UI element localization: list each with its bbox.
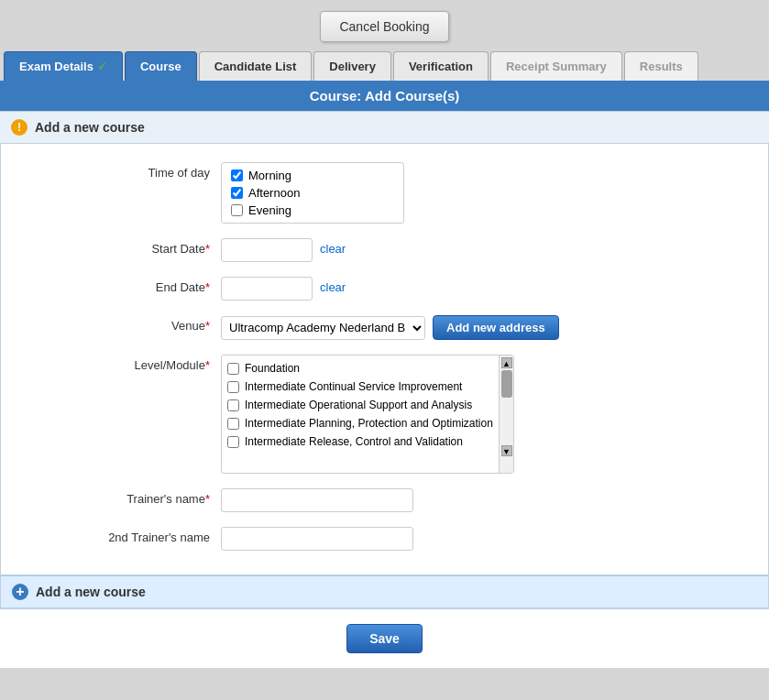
listbox-item-ircv: Intermediate Release, Control and Valida… — [225, 432, 495, 451]
second-trainers-name-input[interactable] — [221, 527, 413, 551]
start-date-clear-link[interactable]: clear — [320, 238, 346, 256]
start-date-row: Start Date* clear — [19, 238, 750, 262]
level-module-label: Level/Module* — [19, 355, 221, 372]
icsi-checkbox[interactable] — [227, 381, 239, 393]
trainers-name-required: * — [205, 492, 210, 506]
save-area: Save — [0, 624, 769, 653]
cancel-booking-button[interactable]: Cancel Booking — [320, 11, 448, 42]
listbox-item-ippo: Intermediate Planning, Protection and Op… — [225, 414, 495, 432]
venue-select[interactable]: Ultracomp Academy Nederland B — [221, 316, 425, 340]
add-another-course-header[interactable]: + Add a new course — [1, 575, 768, 608]
level-module-controls: Foundation Intermediate Continual Servic… — [221, 355, 750, 474]
time-of-day-row: Time of day Morning Afternoon Evening — [19, 162, 750, 224]
venue-required: * — [205, 319, 210, 333]
level-module-listbox: Foundation Intermediate Continual Servic… — [221, 355, 514, 474]
scrollbar-down-arrow[interactable]: ▼ — [501, 445, 512, 456]
start-date-required: * — [205, 242, 210, 256]
time-of-day-controls: Morning Afternoon Evening — [221, 162, 750, 224]
evening-label: Evening — [248, 203, 291, 217]
afternoon-checkbox[interactable] — [231, 187, 243, 199]
end-date-input[interactable] — [221, 277, 313, 301]
form-area: Time of day Morning Afternoon Evening — [0, 144, 769, 575]
warning-icon: ! — [11, 119, 27, 136]
iosa-checkbox[interactable] — [227, 399, 239, 411]
tab-receipt-summary-label: Receipt Summary — [506, 60, 607, 73]
tab-receipt-summary: Receipt Summary — [490, 51, 622, 81]
evening-checkbox-item: Evening — [231, 203, 394, 217]
end-date-row: End Date* clear — [19, 277, 750, 301]
time-of-day-checkbox-group: Morning Afternoon Evening — [221, 162, 404, 224]
tab-verification-label: Verification — [409, 60, 473, 73]
ippo-label: Intermediate Planning, Protection and Op… — [245, 417, 493, 430]
tab-delivery[interactable]: Delivery — [313, 51, 391, 81]
top-bar: Cancel Booking — [0, 0, 769, 51]
add-another-course-section: + Add a new course — [0, 575, 769, 609]
trainers-name-row: Trainer's name* — [19, 488, 750, 512]
venue-row: Venue* Ultracomp Academy Nederland B Add… — [19, 315, 750, 340]
second-trainers-name-controls — [221, 527, 750, 551]
listbox-scrollbar[interactable]: ▲ ▼ — [499, 355, 513, 473]
ircv-label: Intermediate Release, Control and Valida… — [245, 435, 463, 448]
add-course-section-title: Add a new course — [35, 120, 145, 135]
tab-candidate-list-label: Candidate List — [214, 60, 297, 73]
trainers-name-controls — [221, 488, 750, 512]
afternoon-label: Afternoon — [248, 186, 300, 200]
morning-checkbox[interactable] — [231, 170, 243, 181]
tab-results: Results — [624, 51, 698, 81]
tab-course-label: Course — [140, 60, 181, 73]
tab-candidate-list[interactable]: Candidate List — [199, 51, 313, 81]
add-course-section-header: ! Add a new course — [0, 111, 769, 144]
start-date-controls: clear — [221, 238, 750, 262]
save-button[interactable]: Save — [346, 624, 423, 653]
tab-results-label: Results — [640, 60, 683, 73]
ippo-checkbox[interactable] — [227, 418, 239, 430]
end-date-required: * — [205, 280, 210, 294]
trainers-name-label: Trainer's name* — [19, 488, 221, 506]
listbox-inner: Foundation Intermediate Continual Servic… — [222, 355, 513, 454]
venue-controls: Ultracomp Academy Nederland B Add new ad… — [221, 315, 750, 340]
exam-details-checkmark: ✓ — [97, 60, 107, 73]
add-new-address-button[interactable]: Add new address — [433, 315, 559, 340]
listbox-item-icsi: Intermediate Continual Service Improveme… — [225, 377, 495, 396]
listbox-item-iosa: Intermediate Operational Support and Ana… — [225, 396, 495, 414]
add-another-course-label: Add a new course — [36, 585, 146, 599]
tab-exam-details-label: Exam Details — [19, 60, 93, 73]
iosa-label: Intermediate Operational Support and Ana… — [245, 399, 472, 411]
morning-label: Morning — [248, 169, 291, 182]
start-date-input[interactable] — [221, 238, 313, 262]
foundation-checkbox[interactable] — [227, 363, 239, 375]
tab-bar: Exam Details✓ Course Candidate List Deli… — [0, 51, 769, 81]
scrollbar-track — [500, 370, 513, 443]
main-content: ! Add a new course Time of day Morning A… — [0, 111, 769, 668]
venue-label: Venue* — [19, 315, 221, 333]
plus-icon: + — [12, 584, 28, 600]
ircv-checkbox[interactable] — [227, 436, 239, 448]
scrollbar-up-arrow[interactable]: ▲ — [501, 357, 512, 368]
listbox-item-foundation: Foundation — [225, 359, 495, 377]
tab-delivery-label: Delivery — [329, 60, 376, 73]
tab-exam-details[interactable]: Exam Details✓ — [4, 51, 123, 81]
scrollbar-thumb[interactable] — [501, 370, 512, 398]
tab-verification[interactable]: Verification — [393, 51, 489, 81]
level-module-required: * — [205, 358, 210, 372]
second-trainers-name-row: 2nd Trainer's name — [19, 527, 750, 551]
afternoon-checkbox-item: Afternoon — [231, 186, 394, 200]
trainers-name-input[interactable] — [221, 488, 413, 512]
end-date-label: End Date* — [19, 277, 221, 294]
second-trainers-name-label: 2nd Trainer's name — [19, 527, 221, 544]
foundation-label: Foundation — [245, 362, 300, 375]
end-date-clear-link[interactable]: clear — [320, 277, 346, 294]
morning-checkbox-item: Morning — [231, 169, 394, 182]
page-header: Course: Add Course(s) — [0, 81, 769, 111]
icsi-label: Intermediate Continual Service Improveme… — [245, 380, 462, 393]
end-date-controls: clear — [221, 277, 750, 301]
start-date-label: Start Date* — [19, 238, 221, 256]
tab-course[interactable]: Course — [125, 51, 197, 81]
evening-checkbox[interactable] — [231, 204, 243, 216]
venue-area: Ultracomp Academy Nederland B Add new ad… — [221, 315, 559, 340]
time-of-day-label: Time of day — [19, 162, 221, 180]
level-module-row: Level/Module* Foundation Intermediate Co… — [19, 355, 750, 474]
